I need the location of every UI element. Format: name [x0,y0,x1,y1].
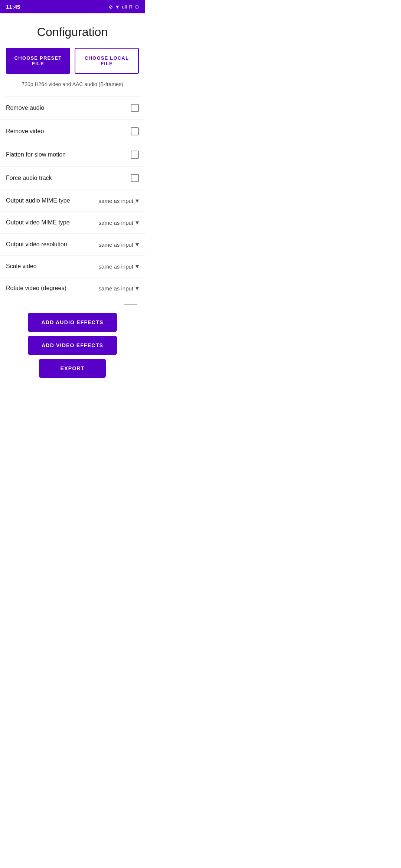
dropdown-label-2: Output video resolution [6,241,67,248]
chevron-down-icon-0: ▾ [136,197,139,205]
dropdown-value-3: same as input [99,263,133,270]
chevron-down-icon-2: ▾ [136,240,139,249]
buttons-row: CHOOSE PRESET FILE CHOOSE LOCAL FILE [0,48,145,78]
dropdown-label-1: Output video MIME type [6,219,70,226]
option-row: Flatten for slow motion [0,143,145,167]
dropdown-label-3: Scale video [6,263,37,270]
status-icons: ⊘ ▼ ull R ⬡ [109,4,139,10]
dropdown-value-2: same as input [99,241,133,248]
export-button[interactable]: EXPORT [39,359,106,378]
choose-preset-file-button[interactable]: CHOOSE PRESET FILE [6,48,70,74]
chevron-down-icon-1: ▾ [136,218,139,227]
option-label-1: Remove video [6,128,44,135]
dropdown-wrapper-3[interactable]: same as input▾ [99,262,139,270]
chevron-down-icon-3: ▾ [136,262,139,270]
add-audio-effects-button[interactable]: ADD AUDIO EFFECTS [28,313,117,332]
dropdown-row-2: Output video resolutionsame as input▾ [0,234,145,256]
dropdown-value-4: same as input [99,285,133,292]
dropdown-wrapper-4[interactable]: same as input▾ [99,284,139,292]
option-checkbox-0[interactable] [131,104,139,112]
signal-icon: ull [122,4,127,10]
network-type-icon: R [129,4,133,10]
options-list: Remove audioRemove videoFlatten for slow… [0,96,145,190]
status-bar: 11:45 ⊘ ▼ ull R ⬡ [0,0,145,13]
dropdown-wrapper-2[interactable]: same as input▾ [99,240,139,249]
dropdown-row-4: Rotate video (degrees)same as input▾ [0,277,145,299]
dropdown-row-3: Scale videosame as input▾ [0,256,145,277]
option-checkbox-1[interactable] [131,127,139,135]
option-label-3: Force audio track [6,175,52,181]
wifi-icon: ▼ [115,4,120,10]
subtitle: 720p H264 video and AAC audio (B-frames) [0,78,145,96]
add-video-effects-button[interactable]: ADD VIDEO EFFECTS [28,336,117,355]
option-row: Remove audio [0,96,145,120]
dropdown-label-0: Output audio MIME type [6,197,70,204]
option-row: Remove video [0,120,145,143]
option-checkbox-2[interactable] [131,151,139,159]
drag-handle-container [0,299,145,307]
dropdowns-list: Output audio MIME typesame as input▾Outp… [0,190,145,299]
battery-icon: ⬡ [135,4,139,10]
dropdown-wrapper-0[interactable]: same as input▾ [99,197,139,205]
option-label-2: Flatten for slow motion [6,151,66,158]
choose-local-file-button[interactable]: CHOOSE LOCAL FILE [75,48,139,74]
dropdown-row-0: Output audio MIME typesame as input▾ [0,190,145,212]
dropdown-wrapper-1[interactable]: same as input▾ [99,218,139,227]
page-title: Configuration [6,25,139,39]
page-title-container: Configuration [0,13,145,48]
dropdown-row-1: Output video MIME typesame as input▾ [0,212,145,234]
option-checkbox-3[interactable] [131,174,139,182]
dropdown-value-1: same as input [99,220,133,226]
dropdown-label-4: Rotate video (degrees) [6,285,66,292]
option-row: Force audio track [0,167,145,190]
dnd-icon: ⊘ [109,4,113,10]
status-time: 11:45 [6,4,20,10]
dropdown-value-0: same as input [99,198,133,204]
option-label-0: Remove audio [6,105,44,111]
drag-handle-icon [124,304,137,305]
chevron-down-icon-4: ▾ [136,284,139,292]
action-buttons: ADD AUDIO EFFECTS ADD VIDEO EFFECTS EXPO… [0,307,145,387]
